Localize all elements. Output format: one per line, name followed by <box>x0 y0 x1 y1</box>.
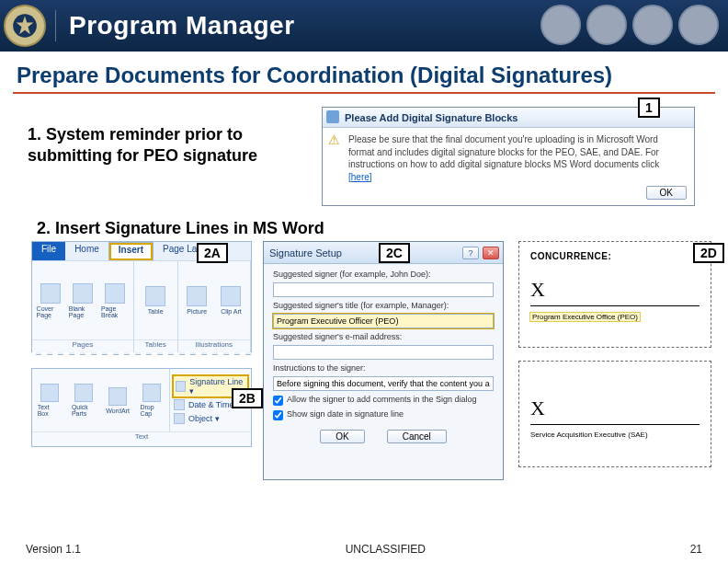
input-signer-email[interactable] <box>273 345 494 360</box>
cover-page-icon <box>40 283 61 304</box>
group-illustrations-label: Illustrations <box>178 339 250 352</box>
dialog1-body: Please be sure that the final document y… <box>323 128 694 189</box>
signature-x-1: X <box>530 278 700 302</box>
checkbox-show-date-input[interactable] <box>273 410 283 420</box>
step2-label: 2. Insert Signature Lines in MS Word <box>37 219 324 238</box>
label-signer-email: Suggested signer's e-mail address: <box>273 332 494 341</box>
footer-version: Version 1.1 <box>26 543 81 556</box>
date-time-icon <box>174 399 185 410</box>
army-seal-icon <box>540 5 581 45</box>
dialog1-ok-button[interactable]: OK <box>646 186 687 200</box>
wordart-button[interactable]: WordArt <box>106 387 130 414</box>
label-signer: Suggested signer (for example, John Doe)… <box>273 270 494 279</box>
dialog1-text: Please be sure that the final document y… <box>348 134 659 169</box>
signature-setup-dialog: Signature Setup ? ✕ Suggested signer (fo… <box>263 241 504 480</box>
clipart-button[interactable]: Clip Art <box>217 286 245 315</box>
signature-line-2 <box>530 424 700 425</box>
label-instructions: Instructions to the signer: <box>273 363 494 373</box>
callout-1: 1 <box>638 98 660 118</box>
signature-reminder-dialog: Please Add Digital Signature Blocks Plea… <box>322 107 695 206</box>
marine-seal-icon <box>586 5 627 45</box>
page-break-button[interactable]: Page Break <box>101 283 129 318</box>
callout-2d: 2D <box>693 243 724 263</box>
dod-seal-icon <box>4 5 46 47</box>
callout-2c: 2C <box>379 243 410 263</box>
picture-button[interactable]: Picture <box>183 286 210 315</box>
tab-insert[interactable]: Insert <box>108 242 154 260</box>
signature-line-1 <box>530 305 700 306</box>
header-bar: Program Manager <box>0 0 728 52</box>
label-signer-title: Suggested signer's title (for example, M… <box>273 301 494 310</box>
wordart-icon <box>108 387 127 406</box>
concurrence-label: CONCURRENCE: <box>530 251 700 261</box>
footer: Version 1.1 UNCLASSIFIED 21 <box>0 543 728 556</box>
checkbox-show-date[interactable]: Show sign date in signature line <box>273 409 494 420</box>
table-button[interactable]: Table <box>142 286 169 315</box>
table-icon <box>145 286 165 306</box>
picture-icon <box>187 286 207 306</box>
header-divider <box>55 10 56 41</box>
footer-page: 21 <box>690 543 702 556</box>
clipart-icon <box>221 286 241 306</box>
object-button[interactable]: Object ▾ <box>174 413 247 424</box>
dialog2-close-button[interactable]: ✕ <box>483 247 499 259</box>
quickparts-icon <box>74 384 93 402</box>
callout-2b: 2B <box>232 388 263 408</box>
title-rule <box>13 92 715 94</box>
input-instructions[interactable] <box>273 376 494 391</box>
signature-role-sae: Service Acquisition Executive (SAE) <box>530 431 700 439</box>
tab-file[interactable]: File <box>32 242 65 260</box>
group-pages-label: Pages <box>32 339 133 352</box>
signature-role-peo: Program Executive Office (PEO) <box>530 313 640 321</box>
cover-page-button[interactable]: Cover Page <box>37 283 64 318</box>
signature-x-2: X <box>530 396 700 420</box>
service-seals <box>540 5 719 45</box>
dialog1-link[interactable]: [here] <box>348 172 372 182</box>
dialog2-help-button[interactable]: ? <box>462 247 479 259</box>
airforce-seal-icon <box>678 5 719 45</box>
checkbox-allow-comments[interactable]: Allow the signer to add comments in the … <box>273 395 494 406</box>
footer-classification: UNCLASSIFIED <box>346 543 426 556</box>
dialog2-cancel-button[interactable]: Cancel <box>387 430 447 443</box>
blank-page-icon <box>73 283 93 304</box>
page-title: Program Manager <box>69 11 295 40</box>
step1-label: 1. System reminder prior to submitting f… <box>28 124 294 166</box>
navy-seal-icon <box>632 5 673 45</box>
signature-preview-panel: CONCURRENCE: X Program Executive Office … <box>518 241 711 480</box>
slide-title: Prepare Documents for Coordination (Digi… <box>17 63 612 88</box>
dialog2-title: Signature Setup <box>269 247 342 259</box>
textbox-icon <box>40 384 59 402</box>
group-tables-label: Tables <box>134 339 177 352</box>
tab-home[interactable]: Home <box>65 242 108 260</box>
signature-line-icon <box>176 381 186 392</box>
input-signer[interactable] <box>273 282 494 297</box>
group-text-label: Text <box>32 431 251 444</box>
textbox-button[interactable]: Text Box <box>38 384 62 417</box>
object-icon <box>174 413 185 424</box>
dropcap-icon <box>142 384 161 402</box>
quickparts-button[interactable]: Quick Parts <box>72 384 96 417</box>
callout-2a: 2A <box>197 243 228 263</box>
checkbox-allow-comments-input[interactable] <box>273 396 283 406</box>
signature-block-peo: CONCURRENCE: X Program Executive Office … <box>518 241 711 348</box>
dialog2-ok-button[interactable]: OK <box>320 430 364 443</box>
dropcap-button[interactable]: Drop Cap <box>140 384 164 417</box>
page-break-icon <box>105 283 125 304</box>
input-signer-title[interactable] <box>273 314 494 328</box>
signature-block-sae: X Service Acquisition Executive (SAE) <box>518 361 711 467</box>
blank-page-button[interactable]: Blank Page <box>69 283 97 318</box>
word-text-group: Text Box Quick Parts WordArt Drop Cap Si… <box>31 368 252 447</box>
